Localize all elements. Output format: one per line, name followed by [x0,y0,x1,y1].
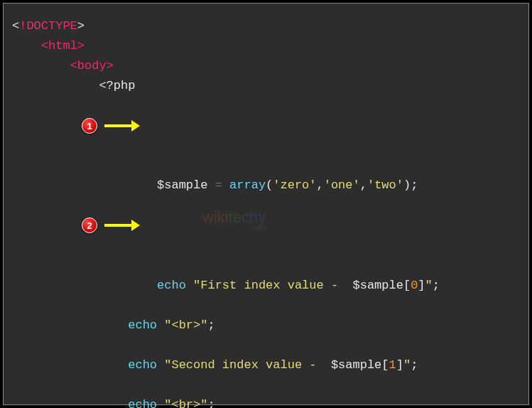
arrow-icon [104,124,133,127]
keyword-echo: echo [157,279,186,292]
variable-interp: $sample [331,358,381,372]
semicolon: ; [411,178,418,192]
comma: , [360,178,367,192]
paren-close: ) [403,178,411,192]
angle-close: > [77,19,85,33]
bracket-open: [ [381,358,389,372]
code-line: <!DOCTYPE> [12,16,520,36]
string-literal: "Second index value - [164,358,331,372]
string-literal: "<br>" [164,398,207,408]
arrow-icon [104,224,133,227]
angle-open: < [12,19,19,33]
code-editor: wikitechy .com <!DOCTYPE> <html> <body> … [3,3,529,405]
semicolon: ; [207,318,215,332]
bracket-close: ] [418,279,425,292]
php-open: <?php [99,79,135,92]
string-close: " [403,358,411,372]
code-line [12,195,520,215]
doctype-bang: ! [19,19,26,33]
code-line: echo "Second index value - $sample[1]"; [12,355,520,375]
code-line-annotated: 1 $sample = array('zero','one','two'); [12,116,520,195]
operator-equals: = [207,178,229,192]
bracket-close: ] [396,358,403,372]
space [157,398,164,408]
string-literal: "First index value - [193,279,352,292]
paren-open: ( [266,178,273,192]
annotation-badge-1: 1 [82,118,97,134]
keyword-echo: echo [128,358,157,372]
code-line: <body> [12,56,520,76]
code-line-annotated: 2 echo "First index value - $sample[0]"; [12,215,520,295]
space [186,279,193,292]
semicolon: ; [411,358,418,372]
doctype-name: DOCTYPE [26,19,77,33]
body-open-tag: <body> [70,59,114,73]
keyword-echo: echo [128,398,157,408]
code-line: <html> [12,36,520,56]
function-array: array [229,178,266,192]
annotation-badge-2: 2 [82,218,97,233]
string-literal: 'two' [367,178,403,192]
space [157,358,164,372]
code-line [12,335,520,355]
index-number: 0 [411,279,418,292]
string-literal: 'zero' [273,178,316,192]
string-literal: 'one' [324,178,360,192]
string-close: " [425,279,433,292]
space [157,318,164,332]
index-number: 1 [389,358,396,372]
string-literal: "<br>" [164,318,207,332]
code-line [12,296,520,316]
code-line: <?php [12,76,520,96]
code-line [12,96,520,116]
keyword-echo: echo [128,318,157,332]
semicolon: ; [433,279,440,292]
bracket-open: [ [403,279,411,292]
code-line [12,375,520,395]
variable-interp: $sample [353,279,403,292]
code-line: echo "<br>"; [12,395,520,408]
comma: , [317,178,324,192]
semicolon: ; [207,398,215,408]
code-line: echo "<br>"; [12,316,520,335]
variable: $sample [157,178,207,192]
html-open-tag: <html> [41,39,85,53]
